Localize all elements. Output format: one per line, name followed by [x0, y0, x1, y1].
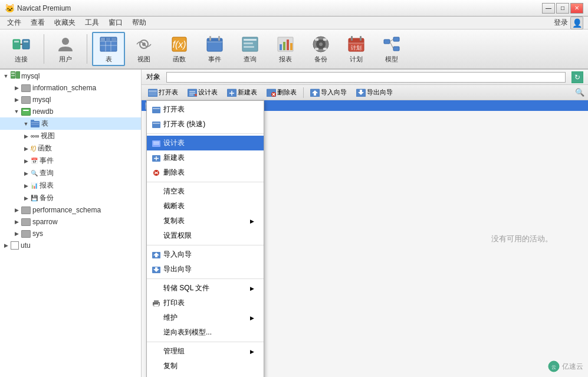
design-table-btn[interactable]: 设计表 [183, 86, 222, 99]
svg-rect-3 [24, 41, 28, 42]
svg-rect-43 [360, 36, 362, 41]
svg-rect-23 [218, 36, 220, 41]
ctx-print-label: 打印表 [163, 298, 185, 308]
ctx-export[interactable]: 导出向导 [147, 262, 264, 277]
ctx-open-table[interactable]: 打开表 [147, 102, 264, 117]
sidebar-item-baobiao[interactable]: ▶ 📊 报表 [0, 179, 141, 192]
ctx-reverse-model[interactable]: 逆向表到模型... [147, 325, 264, 340]
sidebar-item-sys[interactable]: ▶ sys [0, 228, 141, 240]
view-folder-icon: ∞∞ [31, 133, 39, 139]
sidebar-item-sparrow[interactable]: ▶ sparrow [0, 216, 141, 228]
menu-tools[interactable]: 工具 [80, 17, 104, 29]
function-btn[interactable]: f(x) 函数 [163, 32, 196, 66]
event-label: 事件 [208, 55, 221, 64]
delete-table-btn[interactable]: 删除表 [262, 86, 301, 99]
ctx-manage-group[interactable]: 管理组 ▶ [147, 344, 264, 359]
svg-rect-88 [153, 123, 160, 124]
svg-point-5 [62, 38, 69, 45]
object-toolbar: 打开表 设计表 新建表 [142, 85, 588, 100]
close-button[interactable]: ✕ [570, 3, 583, 14]
view-icon [134, 35, 153, 54]
perf-schema-label: performance_schema [32, 206, 101, 214]
expand-icon-11: ▶ [21, 194, 31, 203]
query-folder-icon: 🔍 [31, 170, 38, 176]
sidebar-item-utu[interactable]: ▶ utu [0, 240, 141, 251]
open-table-icon [148, 88, 157, 97]
sidebar-item-mysql-db[interactable]: ▶ mysql [0, 94, 141, 106]
user-btn[interactable]: 用户 [49, 32, 82, 66]
maximize-button[interactable]: □ [556, 3, 569, 14]
sys-label: sys [32, 230, 43, 238]
model-btn[interactable]: 模型 [375, 32, 408, 66]
search-refresh-icon[interactable]: ↻ [571, 71, 583, 83]
svg-rect-26 [244, 42, 253, 44]
ctx-copy-table[interactable]: 复制表 ▶ [147, 214, 264, 228]
ctx-maintenance[interactable]: 维护 ▶ [147, 310, 264, 325]
export-btn[interactable]: 导出向导 [352, 86, 397, 99]
ctx-import[interactable]: 导入向导 [147, 247, 264, 262]
import-btn[interactable]: 导入向导 [306, 86, 351, 99]
svg-rect-103 [155, 267, 157, 269]
expand-icon-14: ▶ [12, 229, 21, 238]
model-label: 模型 [385, 55, 398, 64]
ctx-empty-table[interactable]: 清空表 [147, 184, 264, 199]
ctx-copy2[interactable]: 复制 [147, 359, 264, 373]
ctx-new-table-label: 新建表 [163, 153, 185, 163]
ctx-open-table-fast[interactable]: 打开表 (快速) [147, 117, 264, 132]
search-icon[interactable]: 🔍 [574, 87, 586, 99]
beifen-label: 备份 [40, 193, 54, 203]
obj-separator [303, 87, 304, 98]
sidebar-item-newdb[interactable]: ▼ newdb [0, 106, 141, 117]
menu-file[interactable]: 文件 [2, 17, 26, 29]
ctx-print[interactable]: 打印表 [147, 296, 264, 310]
backup-btn[interactable]: 备份 [304, 32, 337, 66]
svg-rect-30 [283, 42, 285, 50]
ctx-delete-table[interactable]: 删除表 [147, 165, 264, 180]
ctx-design-icon [152, 139, 161, 148]
login-label[interactable]: 登录 [554, 18, 568, 28]
sidebar-item-information-schema[interactable]: ▶ information_schema [0, 82, 141, 94]
ctx-dump-icon [152, 284, 161, 293]
menu-help[interactable]: 帮助 [127, 17, 151, 29]
sidebar-item-hanshu[interactable]: ▶ f() 函数 [0, 142, 141, 155]
sidebar-item-shitu[interactable]: ▶ ∞∞ 视图 [0, 130, 141, 142]
schedule-btn[interactable]: 计划 计划 [340, 32, 373, 66]
open-table-btn[interactable]: 打开表 [144, 86, 182, 99]
svg-rect-57 [31, 122, 39, 123]
query-btn[interactable]: 查询 [234, 32, 267, 66]
object-search-input[interactable] [166, 72, 566, 83]
main-area: ▼ mysql ▶ information_schema ▶ mysql [0, 70, 588, 377]
ctx-new-table[interactable]: 新建表 [147, 150, 264, 165]
ctx-design-table[interactable]: 设计表 [147, 136, 264, 150]
menu-view[interactable]: 查看 [26, 17, 50, 29]
new-table-btn[interactable]: 新建表 [223, 86, 261, 99]
minimize-button[interactable]: — [542, 3, 555, 14]
sidebar-item-chaxun[interactable]: ▶ 🔍 查询 [0, 167, 141, 179]
sidebar-item-beifen[interactable]: ▶ 💾 备份 [0, 192, 141, 204]
menu-favorites[interactable]: 收藏夹 [50, 17, 80, 29]
table-btn[interactable]: 表 [92, 32, 125, 66]
ctx-rename[interactable]: 重命名 [147, 373, 264, 377]
expand-icon: ▼ [1, 71, 11, 81]
sidebar-item-biao[interactable]: ▼ 表 [0, 117, 141, 130]
shijian-label: 事件 [40, 156, 54, 166]
sidebar-item-mysql[interactable]: ▼ mysql [0, 70, 141, 82]
connect-btn[interactable]: 连接 [4, 32, 39, 66]
ctx-dump-sql[interactable]: 转储 SQL 文件 ▶ [147, 281, 264, 296]
sidebar-item-perf-schema[interactable]: ▶ performance_schema [0, 204, 141, 216]
title-text: Navicat Premium [17, 4, 542, 12]
report-btn[interactable]: 报表 [269, 32, 302, 66]
event-btn[interactable]: 事件 [198, 32, 231, 66]
sidebar-item-shijian[interactable]: ▶ 📅 事件 [0, 155, 141, 167]
ctx-copy-table-icon [152, 217, 161, 226]
object-header: 对象 ↻ [142, 70, 588, 85]
func-folder-icon: f() [31, 145, 36, 152]
menu-window[interactable]: 窗口 [104, 17, 127, 29]
ctx-truncate-icon [152, 202, 161, 211]
expand-icon-7: ▶ [21, 144, 31, 153]
ctx-truncate-table[interactable]: 截断表 [147, 199, 264, 214]
schedule-label: 计划 [350, 55, 363, 64]
ctx-permissions[interactable]: 设置权限 [147, 228, 264, 243]
view-btn[interactable]: 视图 [127, 32, 160, 66]
report-label: 报表 [279, 55, 292, 64]
